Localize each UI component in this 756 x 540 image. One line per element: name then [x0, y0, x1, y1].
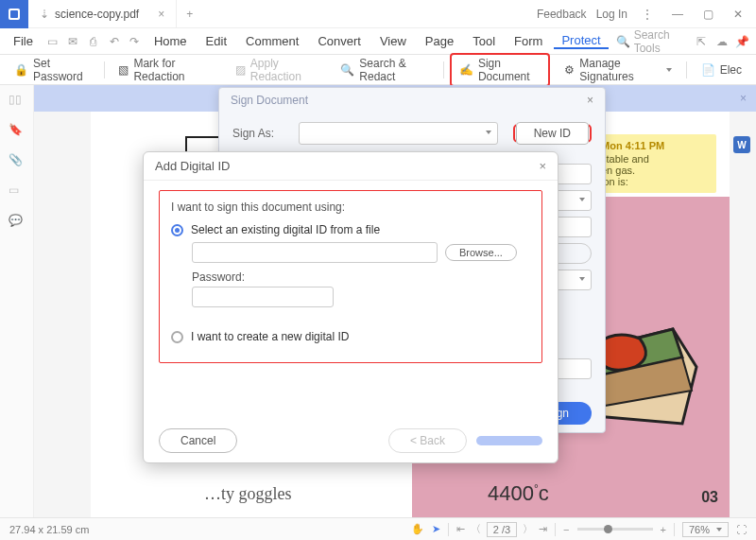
- radio-existing-label: Select an existing digital ID from a fil…: [191, 223, 380, 236]
- apply-redaction-button: ▨ Apply Redaction: [227, 53, 327, 87]
- menu-tool[interactable]: Tool: [465, 34, 503, 48]
- signatures-icon: ⚙: [564, 63, 575, 77]
- search-icon: 🔍: [616, 35, 630, 48]
- id-file-input[interactable]: [192, 242, 438, 263]
- bookmark-panel-icon[interactable]: 🔖: [9, 123, 26, 140]
- page-indicator[interactable]: 2 /3: [487, 522, 517, 537]
- elec-button[interactable]: 📄 Elec: [693, 60, 750, 80]
- mail-icon[interactable]: ✉: [65, 35, 82, 48]
- title-bar: ⇣ science-copy.pdf × + Feedback Log In ⋮…: [0, 0, 756, 28]
- search-tools[interactable]: 🔍 Search Tools: [616, 28, 690, 55]
- pin-icon[interactable]: 📌: [733, 35, 750, 48]
- document-tab[interactable]: ⇣ science-copy.pdf ×: [28, 0, 177, 27]
- search-redact-button[interactable]: 🔍 Search & Redact: [332, 53, 438, 87]
- apply-redaction-icon: ▨: [235, 63, 246, 77]
- menu-file[interactable]: File: [6, 34, 41, 48]
- bookmark-icon: ⇣: [40, 8, 49, 21]
- search-redact-icon: 🔍: [340, 63, 354, 77]
- sticky-date: Mon 4:11 PM: [601, 140, 709, 151]
- add-dialog-title: Add Digital ID: [155, 159, 230, 173]
- left-sidebar: ▯▯ 🔖 📎 ▭ 💬: [0, 85, 34, 517]
- last-page-icon[interactable]: ⇥: [539, 523, 547, 535]
- share-icon[interactable]: ⇱: [693, 35, 710, 48]
- thumbnail-icon[interactable]: ▯▯: [9, 93, 26, 110]
- radio-new-label: I want to create a new digital ID: [191, 330, 349, 343]
- menu-page[interactable]: Page: [418, 34, 461, 48]
- comment-panel-icon[interactable]: 💬: [9, 214, 26, 231]
- menu-home[interactable]: Home: [146, 34, 195, 48]
- set-password-button[interactable]: 🔒 Set Password: [6, 53, 98, 87]
- tab-title: science-copy.pdf: [55, 8, 139, 21]
- sign-document-button[interactable]: ✍ Sign Document: [450, 53, 550, 87]
- tab-close-icon[interactable]: ×: [158, 8, 164, 21]
- main-area: ▯▯ 🔖 📎 ▭ 💬 This document contains intera…: [0, 85, 756, 517]
- print-icon[interactable]: ⎙: [85, 35, 102, 48]
- lock-icon: 🔒: [14, 63, 28, 77]
- id-options-group: I want to sign this document using: Sele…: [159, 190, 542, 363]
- password-input[interactable]: [192, 287, 334, 307]
- page-dimensions: 27.94 x 21.59 cm: [9, 524, 89, 535]
- open-icon[interactable]: ▭: [44, 35, 61, 48]
- radio-unchecked-icon: [171, 331, 183, 343]
- new-tab-button[interactable]: +: [177, 8, 202, 21]
- select-tool-icon[interactable]: ➤: [432, 523, 440, 535]
- more-icon[interactable]: ⋮: [637, 8, 658, 21]
- mark-redaction-button[interactable]: ▧ Mark for Redaction: [110, 53, 220, 87]
- browse-button[interactable]: Browse...: [445, 244, 517, 261]
- search-placeholder: Search Tools: [634, 28, 690, 55]
- new-id-button[interactable]: New ID: [516, 122, 589, 145]
- login-link[interactable]: Log In: [596, 8, 627, 21]
- notice-close-icon[interactable]: ×: [740, 92, 747, 105]
- document-canvas: This document contains interactive form …: [34, 85, 756, 517]
- page-navigation: ⇤ 〈 2 /3 〉 ⇥: [456, 522, 547, 537]
- menu-bar: File ▭ ✉ ⎙ ↶ ↷ Home Edit Comment Convert…: [0, 28, 756, 55]
- cloud-icon[interactable]: ☁: [713, 35, 730, 48]
- prev-page-icon[interactable]: 〈: [471, 522, 481, 536]
- cancel-button[interactable]: Cancel: [159, 428, 237, 453]
- zoom-slider[interactable]: [577, 528, 653, 531]
- radio-existing-id[interactable]: Select an existing digital ID from a fil…: [171, 223, 530, 236]
- feedback-link[interactable]: Feedback: [537, 8, 587, 21]
- menu-form[interactable]: Form: [507, 34, 550, 48]
- svg-rect-1: [10, 10, 18, 18]
- sticky-note: Mon 4:11 PM stable and en gas. ion is:: [593, 134, 716, 193]
- minimize-button[interactable]: —: [667, 8, 688, 21]
- attachment-icon[interactable]: 📎: [9, 153, 26, 170]
- temperature-value: 4400°c: [488, 481, 549, 506]
- redaction-icon: ▧: [118, 63, 129, 77]
- password-label: Password:: [192, 270, 530, 284]
- zoom-out-icon[interactable]: −: [563, 524, 569, 535]
- sign-icon: ✍: [459, 63, 473, 77]
- fit-page-icon[interactable]: ⛶: [736, 524, 747, 535]
- sign-dialog-close-icon[interactable]: ×: [587, 94, 593, 107]
- zoom-percent[interactable]: 76%: [682, 522, 729, 537]
- next-page-icon[interactable]: 〉: [523, 522, 533, 536]
- menu-convert[interactable]: Convert: [310, 34, 369, 48]
- zoom-in-icon[interactable]: +: [661, 524, 666, 535]
- menu-view[interactable]: View: [372, 34, 414, 48]
- manage-signatures-button[interactable]: ⚙ Manage Signatures: [556, 53, 680, 87]
- radio-new-id[interactable]: I want to create a new digital ID: [171, 330, 530, 343]
- maximize-button[interactable]: ▢: [697, 8, 718, 21]
- word-export-icon[interactable]: W: [733, 136, 750, 153]
- menu-comment[interactable]: Comment: [238, 34, 306, 48]
- redo-icon[interactable]: ↷: [126, 35, 143, 48]
- sign-prompt: I want to sign this document using:: [171, 200, 530, 214]
- next-button[interactable]: [476, 436, 542, 445]
- sign-as-select[interactable]: [299, 122, 498, 145]
- hand-tool-icon[interactable]: ✋: [411, 523, 424, 535]
- back-button[interactable]: < Back: [388, 428, 467, 453]
- elec-icon: 📄: [701, 63, 715, 77]
- menu-edit[interactable]: Edit: [198, 34, 234, 48]
- sign-as-label: Sign As:: [232, 127, 289, 140]
- protect-toolbar: 🔒 Set Password ▧ Mark for Redaction ▨ Ap…: [0, 55, 756, 85]
- undo-icon[interactable]: ↶: [106, 35, 123, 48]
- close-button[interactable]: ✕: [728, 8, 748, 21]
- add-dialog-close-icon[interactable]: ×: [539, 159, 546, 173]
- add-digital-id-dialog: Add Digital ID × I want to sign this doc…: [143, 151, 558, 463]
- first-page-icon[interactable]: ⇤: [456, 523, 465, 535]
- page-panel-icon[interactable]: ▭: [9, 183, 26, 200]
- sign-dialog-title: Sign Document: [231, 94, 308, 107]
- status-bar: 27.94 x 21.59 cm ✋ ➤ ⇤ 〈 2 /3 〉 ⇥ − + 76…: [0, 517, 756, 540]
- menu-protect[interactable]: Protect: [554, 33, 608, 49]
